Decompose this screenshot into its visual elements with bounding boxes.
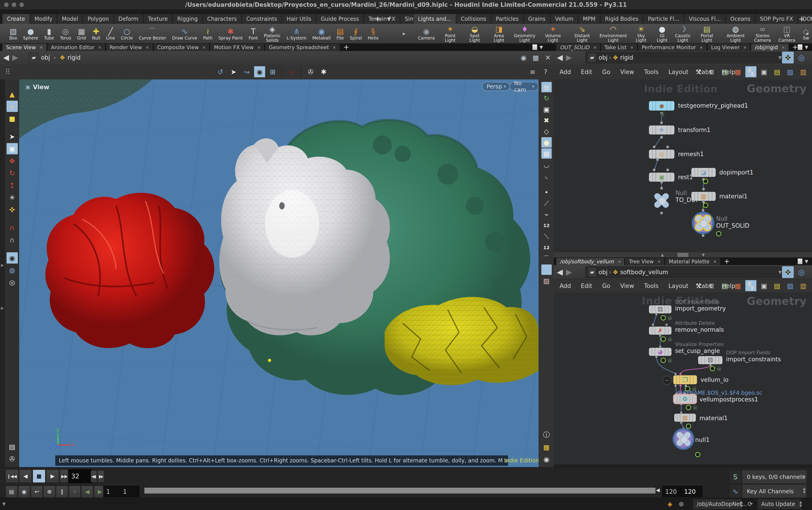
path-dropdown-icon[interactable]: ▼ — [778, 270, 782, 275]
tree-structure-icon[interactable]: ≣ — [706, 66, 717, 77]
menu-view[interactable]: View — [620, 283, 634, 289]
view-camera-icon[interactable]: ◉ — [6, 252, 18, 263]
new-tab-button[interactable]: + — [340, 43, 352, 51]
playbar-menu-icon[interactable]: ▤ — [6, 486, 18, 498]
shelf-tool-portal-light[interactable]: ▤Portal Light — [694, 24, 720, 43]
breadcrumb-root[interactable]: obj — [41, 54, 50, 61]
range-start-field[interactable]: 1 — [103, 486, 121, 497]
prev-key-icon[interactable]: ◀ — [82, 486, 93, 498]
shelf-tool-metaball[interactable]: ◉Metaball — [309, 24, 334, 43]
shelf-tab-guide-process[interactable]: Guide Process — [316, 14, 364, 24]
realtime-toggle-icon[interactable]: ⊕ — [43, 486, 55, 498]
network-tools-icon[interactable]: ⚒ — [693, 280, 704, 291]
keyall-spinner[interactable]: ▲▼ — [803, 487, 806, 494]
menu-go[interactable]: Go — [602, 283, 610, 289]
dop-network-field[interactable]: /obj/AutoDopNet... — [693, 499, 742, 509]
shelf-tool-point-light[interactable]: ✶Point Light — [438, 24, 462, 43]
breadcrumb-node[interactable]: rigid — [620, 54, 633, 61]
shelf-tab-model[interactable]: Model — [57, 14, 83, 24]
shelf-tool-path[interactable]: ≀Path — [200, 24, 216, 43]
shelf-tab-right-overflow-icon[interactable]: ▼ — [809, 14, 812, 24]
breadcrumb-node[interactable]: softbody_vellum — [620, 269, 668, 276]
update-spinner[interactable]: ▲▼ — [800, 500, 802, 508]
shelf-tool-vr-camera[interactable]: ◫VR Camera — [774, 24, 800, 43]
set-view-icon[interactable]: ◍ — [6, 264, 18, 276]
view-orbit-tool-icon[interactable]: ↺ — [215, 66, 226, 77]
shelf-tab-modify[interactable]: Modify — [30, 14, 57, 24]
close-icon[interactable]: ✕ — [39, 45, 43, 50]
shelf-tab-hair-utils[interactable]: Hair Utils — [282, 14, 316, 24]
shelf-tab-deform[interactable]: Deform — [114, 14, 143, 24]
channel-wave-icon[interactable]: ∿ — [729, 484, 742, 498]
menu-edit[interactable]: Edit — [581, 68, 592, 75]
shelf-tool-camera[interactable]: ◉Camera — [415, 24, 438, 43]
close-icon[interactable]: ✕ — [543, 53, 552, 62]
shelf-tool-volume-light[interactable]: ✦Volume Light — [538, 24, 568, 43]
view-tool-icon[interactable]: ◉ — [254, 66, 265, 77]
menu-layout[interactable]: Layout — [668, 68, 688, 75]
pin-pane-icon[interactable]: ✜ — [782, 266, 794, 278]
scrollbar-handle-icon[interactable]: ◀ — [656, 487, 660, 493]
shelf-tab-rigid-bodies[interactable]: Rigid Bodies — [600, 14, 643, 24]
shelf-tool-helix[interactable]: §Helix — [365, 24, 382, 43]
shelf-tool-grid[interactable]: ▦Grid — [74, 24, 89, 43]
node-out-solid[interactable] — [692, 212, 714, 234]
close-icon[interactable]: ✕ — [146, 45, 149, 50]
show-points-icon[interactable]: • — [541, 187, 552, 197]
tab-scene-view[interactable]: Scene View✕ — [2, 44, 47, 51]
node-rest1[interactable]: ▣ — [649, 173, 674, 182]
breadcrumb-root[interactable]: obj — [599, 269, 608, 276]
scale-tool-icon[interactable]: ↥ — [6, 180, 18, 191]
subnet-view-icon[interactable]: ▣ — [758, 66, 770, 77]
shelf-more-right-icon[interactable]: ▸ — [807, 31, 809, 36]
tick-display-icon[interactable]: ∥ — [56, 486, 68, 498]
breadcrumb-node[interactable]: rigid — [67, 54, 81, 61]
view-lens-icon[interactable]: ◎ — [6, 277, 18, 288]
pane-handle-icon[interactable]: ⠿ — [5, 68, 10, 76]
shelf-tab-texture[interactable]: Texture — [143, 14, 173, 24]
key-all-channels-button[interactable]: Key All Channels — [742, 484, 807, 498]
network-editor-rigid[interactable]: Indie Edition Geometry ◉testgeometry_pig… — [554, 79, 812, 252]
audio-panel-icon[interactable]: ◉ — [18, 486, 30, 498]
update-mode-selector[interactable]: Auto Update — [757, 499, 801, 509]
snapshot-cam-icon[interactable]: ◉ — [541, 454, 552, 465]
color-palette-icon[interactable]: ▦ — [732, 66, 744, 77]
viewport-grid-link-icon[interactable]: ▦ — [531, 53, 540, 62]
play-button[interactable]: ▶ — [46, 470, 59, 483]
shelf-tab-characters[interactable]: Characters — [203, 14, 242, 24]
menu-go[interactable]: Go — [602, 68, 610, 75]
shelf-tab-polygon[interactable]: Polygon — [83, 14, 114, 24]
shelf-more-left-icon[interactable]: ▸ — [403, 31, 405, 36]
lock-camera-icon[interactable]: ▣ — [541, 104, 552, 114]
shelf-tab-lights-and[interactable]: Lights and... — [413, 14, 456, 24]
close-icon[interactable]: ✕ — [657, 259, 661, 264]
keys-spinner[interactable]: ▲ — [803, 474, 806, 478]
node-material1[interactable]: ▥ — [691, 192, 716, 201]
breadcrumb-root[interactable]: obj — [599, 54, 608, 61]
shelf-tool-sphere[interactable]: ●Sphere — [20, 24, 41, 43]
shelf-tool-spray-paint[interactable]: ✱Spray Paint — [215, 24, 246, 43]
performance-indicator-icon[interactable]: ◈ — [665, 499, 675, 509]
info-icon[interactable]: ⓘ — [541, 429, 552, 441]
node-remove-normals[interactable]: ✗ — [649, 327, 671, 335]
sticky-note-icon[interactable]: ▤ — [772, 280, 783, 291]
take-snapshot-icon[interactable]: ▤ — [6, 441, 18, 452]
bypass-flag-icon[interactable]: − — [662, 376, 671, 385]
tab-motion-fx-view[interactable]: Motion FX View✕ — [210, 44, 264, 51]
layout-nodes-icon[interactable]: ▚ — [745, 280, 756, 291]
nav-back-icon[interactable]: ◀ — [557, 267, 563, 277]
step-back-button[interactable]: ◀ — [19, 470, 32, 483]
node-material1[interactable]: ▥ — [674, 414, 696, 422]
sticky-note-icon[interactable]: ▤ — [772, 66, 783, 77]
shelf-tab-collisions[interactable]: Collisions — [456, 14, 491, 24]
tab-geometry-spreadsheet[interactable]: Geometry Spreadsheet✕ — [265, 44, 340, 51]
tab-obj-softbody-vellum[interactable]: /obj/softbody_vellum✕ — [556, 258, 625, 265]
select-tool-icon[interactable]: ➤ — [6, 131, 18, 142]
color-palette-icon[interactable]: ▦ — [732, 280, 744, 291]
layout-nodes-icon[interactable]: ▚ — [745, 66, 756, 77]
node-set-cusp-angle[interactable]: ◕ — [649, 348, 671, 356]
shelf-tool-ambient-light[interactable]: ◍Ambient Light — [720, 24, 751, 43]
shelf-tool-tube[interactable]: ▮Tube — [41, 24, 57, 43]
pane-menu-icon[interactable]: ▼ — [805, 45, 808, 50]
clapperboard-icon[interactable]: ▰ — [29, 52, 39, 63]
